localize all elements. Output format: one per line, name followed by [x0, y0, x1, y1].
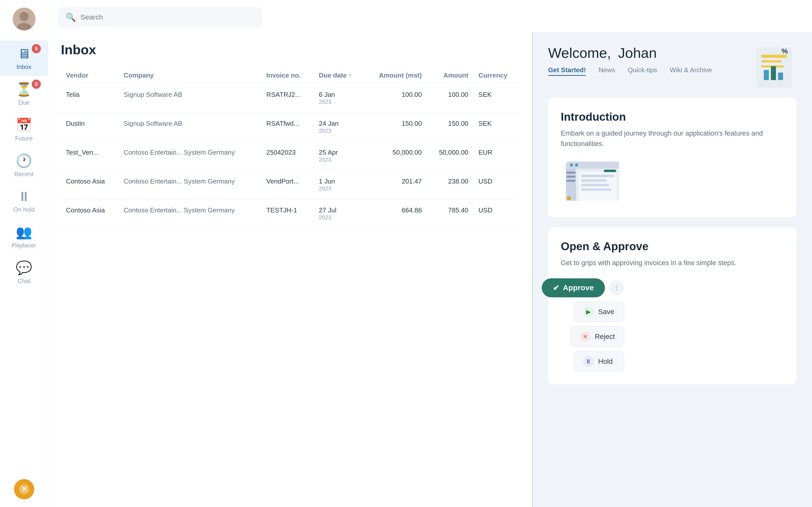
hold-action[interactable]: ⏸ Hold	[573, 351, 624, 372]
cell-duedate: 1 Jun 2023	[314, 170, 364, 199]
table-row[interactable]: Dustin Signup Software AB RSATfwd... 24 …	[61, 113, 519, 142]
welcome-name: Johan	[618, 45, 657, 61]
welcome-section: Welcome, Johan Get Started! News Quick-t…	[548, 45, 712, 76]
sidebar-label-future: Future	[15, 135, 33, 142]
welcome-tabs: Get Started! News Quick-tips Wiki & Arch…	[548, 66, 712, 76]
invoice-table: Vendor Company Invoice no. Due date ↑ Am…	[61, 67, 519, 228]
reject-icon: ✕	[579, 331, 591, 342]
save-icon: ▶	[583, 306, 594, 318]
table-header-row: Vendor Company Invoice no. Due date ↑ Am…	[61, 67, 519, 83]
sidebar-label-due: Due	[18, 99, 30, 106]
svg-text:✕: ✕	[21, 485, 27, 493]
svg-rect-12	[778, 72, 783, 80]
replacer-icon: 👥	[16, 224, 32, 240]
intro-text: Introduction Embark on a guided journey …	[561, 111, 784, 149]
inbox-icon: 🖥	[17, 46, 31, 61]
tab-wiki-archive[interactable]: Wiki & Archive	[670, 66, 712, 76]
reject-action[interactable]: ✕ Reject	[570, 326, 624, 347]
approve-text: Open & Approve Get to grips with approvi…	[561, 240, 784, 268]
cell-amount-mst: 201.47	[365, 170, 427, 199]
sidebar-item-replacer[interactable]: 👥 Replacer	[0, 219, 48, 255]
inbox-badge: 5	[32, 44, 41, 53]
svg-rect-25	[581, 184, 609, 186]
approve-button[interactable]: ✔ Approve	[542, 278, 605, 297]
search-icon: 🔍	[66, 12, 76, 22]
introduction-card: Introduction Embark on a guided journey …	[548, 98, 797, 217]
more-options-button[interactable]: ⋮	[609, 280, 624, 295]
cell-currency: SEK	[473, 113, 519, 142]
svg-text:%: %	[781, 47, 788, 55]
table-row[interactable]: Contoso Asia Contoso Entertain... System…	[61, 170, 519, 199]
sidebar-bottom: ✕	[14, 474, 34, 499]
search-input[interactable]	[81, 13, 254, 21]
table-row[interactable]: Test_Ven... Contoso Entertain... System …	[61, 142, 519, 170]
due-badge: 5	[32, 79, 41, 89]
cell-amount-mst: 100.00	[365, 83, 427, 113]
left-panel: Inbox Vendor Company Invoice no. Due dat…	[48, 32, 533, 507]
future-icon: 📅	[16, 117, 32, 133]
cell-currency: USD	[473, 170, 519, 199]
cell-vendor: Dustin	[61, 113, 118, 142]
cell-duedate: 25 Apr 2023	[314, 142, 364, 170]
sidebar-item-onhold[interactable]: ⏸ On hold	[0, 183, 48, 219]
svg-rect-19	[566, 172, 575, 174]
sidebar-label-onhold: On hold	[13, 206, 35, 213]
sidebar-item-due[interactable]: 5 ⏳ Due	[0, 76, 48, 112]
cell-invoice: 25042023	[261, 142, 314, 170]
approve-action-row: ✔ Approve ⋮	[542, 278, 624, 297]
table-row[interactable]: Contoso Asia Contoso Entertain... System…	[61, 199, 519, 228]
cell-vendor: Contoso Asia	[61, 199, 118, 228]
cell-currency: EUR	[473, 142, 519, 170]
sidebar-item-future[interactable]: 📅 Future	[0, 112, 48, 148]
tab-news[interactable]: News	[599, 66, 615, 76]
svg-rect-27	[604, 170, 616, 172]
cell-company: Signup Software AB	[118, 83, 261, 113]
cell-invoice: RSATRJ2...	[261, 83, 314, 113]
sidebar-item-chat[interactable]: 💬 Chat	[0, 255, 48, 290]
recent-icon: 🕐	[16, 153, 32, 169]
main-content: 🔍 Inbox Vendor Company Invoice no. Due d…	[48, 0, 812, 507]
tab-get-started[interactable]: Get Started!	[548, 66, 586, 76]
search-wrap[interactable]: 🔍	[58, 8, 261, 27]
header-illustration: %	[736, 45, 797, 88]
panels: Inbox Vendor Company Invoice no. Due dat…	[48, 32, 812, 507]
cell-amount: 785.40	[427, 199, 473, 228]
svg-rect-15	[566, 166, 619, 169]
col-duedate[interactable]: Due date ↑	[314, 67, 364, 83]
cell-invoice: VendPort...	[261, 170, 314, 199]
reject-label: Reject	[595, 333, 615, 341]
svg-point-16	[570, 164, 573, 167]
svg-rect-10	[764, 70, 769, 80]
table-row[interactable]: Telia Signup Software AB RSATRJ2... 6 Ja…	[61, 83, 519, 113]
open-approve-card: Open & Approve Get to grips with approvi…	[548, 227, 797, 385]
hold-label: Hold	[598, 357, 613, 365]
hold-icon: ⏸	[583, 356, 594, 367]
sidebar-item-recent[interactable]: 🕐 Recent	[0, 148, 48, 183]
tab-quick-tips[interactable]: Quick-tips	[628, 66, 657, 76]
svg-point-17	[575, 164, 578, 167]
cell-amount: 150.00	[427, 113, 473, 142]
cell-amount-mst: 664.86	[365, 199, 427, 228]
save-action[interactable]: ▶ Save	[573, 301, 624, 322]
sidebar-item-inbox[interactable]: 5 🖥 Inbox	[0, 41, 48, 76]
due-icon: ⏳	[16, 81, 32, 97]
cell-amount: 50,000.00	[427, 142, 473, 170]
cell-amount: 100.00	[427, 83, 473, 113]
save-label: Save	[598, 308, 614, 316]
svg-rect-24	[581, 179, 606, 182]
cell-invoice: TESTJH-1	[261, 199, 314, 228]
intro-description: Embark on a guided journey through our a…	[561, 128, 784, 149]
onhold-icon: ⏸	[17, 189, 31, 204]
welcome-prefix: Welcome,	[548, 45, 611, 61]
cell-amount-mst: 150.00	[365, 113, 427, 142]
app-logo[interactable]: ✕	[14, 479, 34, 499]
col-currency: Currency	[473, 67, 519, 83]
cell-currency: USD	[473, 199, 519, 228]
svg-rect-6	[761, 55, 786, 58]
svg-rect-7	[761, 60, 781, 62]
col-company: Company	[118, 67, 261, 83]
search-bar: 🔍	[48, 0, 812, 32]
welcome-text: Welcome, Johan	[548, 45, 712, 61]
sidebar: 5 🖥 Inbox 5 ⏳ Due 📅 Future 🕐 Recent ⏸ On…	[0, 0, 48, 507]
sidebar-label-recent: Recent	[14, 171, 34, 178]
